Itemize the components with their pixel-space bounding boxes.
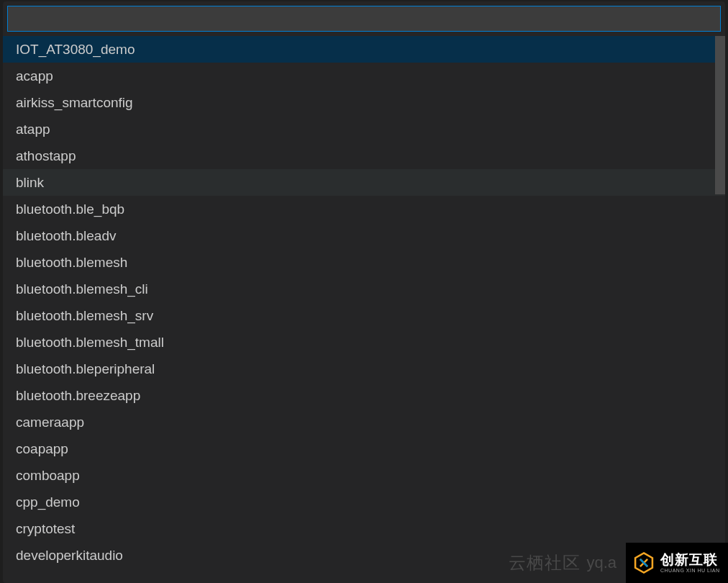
list-item[interactable]: bluetooth.bleadv bbox=[3, 222, 725, 249]
logo-text: 创新互联 CHUANG XIN HU LIAN bbox=[660, 553, 720, 573]
list-item[interactable]: bluetooth.bleperipheral bbox=[3, 356, 725, 382]
logo-icon bbox=[632, 551, 656, 575]
list-item[interactable]: blink bbox=[3, 169, 725, 196]
list-item[interactable]: cpp_demo bbox=[3, 489, 725, 515]
list-item[interactable]: atapp bbox=[3, 116, 725, 143]
list-item[interactable]: developerkitaudio bbox=[3, 542, 725, 569]
list-item[interactable]: IOT_AT3080_demo bbox=[3, 36, 725, 63]
scrollbar-thumb[interactable] bbox=[715, 36, 725, 194]
watermark: 云栖社区 yq.a bbox=[509, 551, 616, 574]
list-item[interactable]: athostapp bbox=[3, 143, 725, 169]
list-item[interactable]: cameraapp bbox=[3, 409, 725, 435]
list-item[interactable]: bluetooth.breezeapp bbox=[3, 382, 725, 409]
logo-main-text: 创新互联 bbox=[660, 553, 720, 566]
corner-logo: 创新互联 CHUANG XIN HU LIAN bbox=[626, 543, 728, 583]
input-wrapper bbox=[3, 1, 725, 36]
list-item[interactable]: bluetooth.blemesh_tmall bbox=[3, 329, 725, 356]
quick-input[interactable] bbox=[7, 6, 721, 32]
watermark-brand: 云栖社区 bbox=[509, 551, 581, 574]
list-item[interactable]: bluetooth.blemesh_cli bbox=[3, 276, 725, 302]
list-item[interactable]: airkiss_smartconfig bbox=[3, 89, 725, 116]
list-item[interactable]: cryptotest bbox=[3, 515, 725, 542]
list-item[interactable]: bluetooth.blemesh bbox=[3, 249, 725, 276]
list-item[interactable]: bluetooth.blemesh_srv bbox=[3, 302, 725, 329]
list-item[interactable]: acapp bbox=[3, 63, 725, 89]
list-item[interactable]: comboapp bbox=[3, 462, 725, 489]
list-container: IOT_AT3080_demoacappairkiss_smartconfiga… bbox=[3, 36, 725, 583]
list-item[interactable]: bluetooth.ble_bqb bbox=[3, 196, 725, 222]
logo-sub-text: CHUANG XIN HU LIAN bbox=[660, 568, 720, 573]
watermark-domain: yq.a bbox=[586, 553, 616, 572]
quick-picker: IOT_AT3080_demoacappairkiss_smartconfiga… bbox=[3, 1, 725, 583]
picker-list: IOT_AT3080_demoacappairkiss_smartconfiga… bbox=[3, 36, 725, 569]
list-item[interactable]: coapapp bbox=[3, 435, 725, 462]
